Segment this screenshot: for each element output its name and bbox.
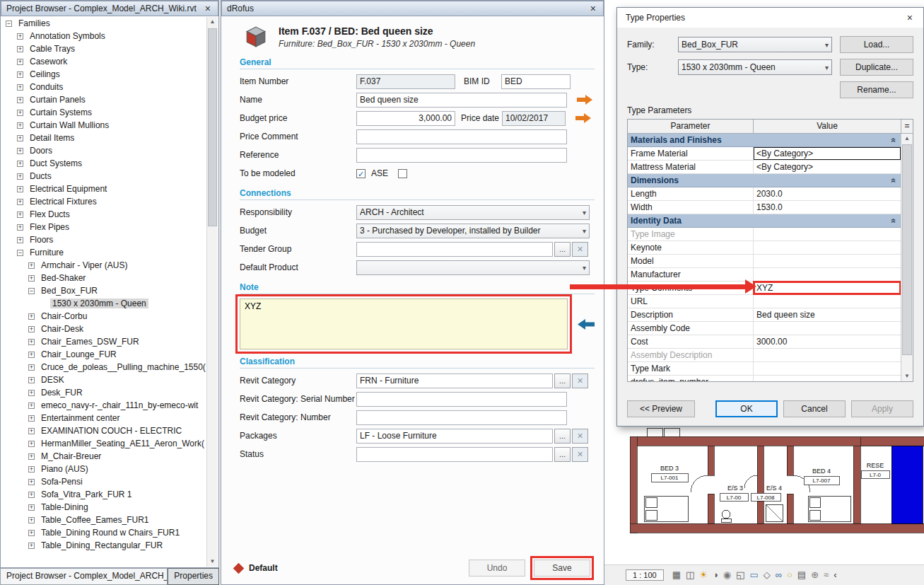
tree-item-label[interactable]: Chair_Lounge_FUR bbox=[39, 349, 119, 359]
scroll-up-icon[interactable]: ▲ bbox=[901, 134, 913, 144]
expand-icon[interactable]: + bbox=[28, 390, 35, 396]
expand-icon[interactable]: + bbox=[28, 492, 35, 498]
tree-item[interactable]: +DESK bbox=[1, 373, 206, 386]
tree-item-label[interactable]: Flex Ducts bbox=[28, 209, 72, 219]
parameter-row[interactable]: URL bbox=[628, 295, 901, 308]
tree-item-label[interactable]: Detail Items bbox=[28, 133, 76, 143]
sun-path-icon[interactable]: ☀ bbox=[699, 570, 708, 580]
tree-item[interactable]: +Piano (AUS) bbox=[1, 463, 206, 475]
expand-icon[interactable]: + bbox=[28, 415, 35, 422]
tree-item-label[interactable]: Electrical Equipment bbox=[28, 184, 109, 194]
dialog-titlebar[interactable]: Type Properties × bbox=[617, 8, 923, 28]
scroll-down-icon[interactable]: ▼ bbox=[207, 557, 218, 567]
expand-icon[interactable]: + bbox=[17, 161, 23, 167]
close-icon[interactable]: × bbox=[203, 3, 213, 14]
parameter-value[interactable]: XYZ bbox=[754, 282, 901, 294]
equals-column-header[interactable]: = bbox=[901, 120, 913, 134]
reference-field[interactable] bbox=[356, 148, 567, 163]
expand-icon[interactable]: + bbox=[28, 364, 35, 371]
parameter-value[interactable]: Bed queen size bbox=[754, 308, 901, 321]
detail-level-icon[interactable]: ▦ bbox=[672, 570, 681, 580]
expand-icon[interactable]: + bbox=[28, 517, 35, 523]
tree-item[interactable]: +HermanMiller_Seating_AE11_Aeron_Work( bbox=[1, 437, 206, 450]
tree-item[interactable]: +Flex Pipes bbox=[1, 221, 206, 233]
duplicate-button[interactable]: Duplicate... bbox=[840, 59, 913, 76]
load-button[interactable]: Load... bbox=[840, 36, 913, 53]
scroll-up-icon[interactable]: ▲ bbox=[207, 17, 218, 27]
expand-icon[interactable]: + bbox=[28, 543, 35, 549]
parameter-row[interactable]: Type Mark bbox=[628, 362, 901, 376]
scrollbar-thumb[interactable] bbox=[208, 28, 217, 226]
expand-icon[interactable]: + bbox=[28, 466, 35, 473]
parameter-column-header[interactable]: Parameter bbox=[628, 120, 754, 133]
tree-item[interactable]: +Sofa_Vitra_Park_FUR 1 bbox=[1, 488, 206, 501]
tree-item[interactable]: +Table_Dining Round w Chairs_FUR1 bbox=[1, 526, 206, 539]
tree-item-label[interactable]: Families bbox=[16, 18, 52, 28]
expand-icon[interactable]: + bbox=[17, 59, 23, 65]
tree-item[interactable]: +Desk_FUR bbox=[1, 386, 206, 399]
family-dropdown[interactable]: Bed_Box_FUR ▾ bbox=[678, 37, 832, 52]
clear-x-button[interactable]: ✕ bbox=[572, 373, 588, 388]
name-field[interactable] bbox=[356, 93, 567, 108]
scrollbar-thumb[interactable] bbox=[902, 144, 912, 355]
expand-icon[interactable]: + bbox=[28, 530, 35, 536]
ase-checkbox[interactable] bbox=[398, 169, 407, 178]
collapse-icon[interactable]: − bbox=[28, 288, 35, 294]
parameter-row[interactable]: DescriptionBed queen size bbox=[628, 308, 901, 322]
packages-field[interactable] bbox=[356, 429, 553, 444]
item-number-field[interactable] bbox=[356, 74, 455, 89]
tree-item[interactable]: +Electrical Equipment bbox=[1, 183, 206, 195]
tree-item-label[interactable]: Table_Dining Round w Chairs_FUR1 bbox=[39, 528, 182, 538]
parameter-value[interactable] bbox=[754, 362, 901, 375]
collapse-icon[interactable]: − bbox=[6, 21, 12, 27]
tree-item[interactable]: +Chair_Eames_DSW_FUR bbox=[1, 335, 206, 348]
shadows-icon[interactable]: ◑ bbox=[713, 570, 718, 580]
to-be-modeled-checkbox[interactable] bbox=[356, 169, 365, 178]
expand-icon[interactable]: + bbox=[17, 173, 23, 180]
parameter-row[interactable]: Frame Material<By Category> bbox=[628, 147, 901, 161]
note-textarea[interactable]: XYZ bbox=[240, 299, 568, 349]
tree-item[interactable]: +Sofa-Pensi bbox=[1, 475, 206, 488]
tree-item-label[interactable]: 1530 x 2030mm - Queen bbox=[50, 299, 148, 308]
parameter-row[interactable]: Type Image bbox=[628, 228, 901, 241]
parameter-row[interactable]: Length2030.0 bbox=[628, 187, 901, 201]
expand-icon[interactable]: + bbox=[17, 224, 23, 231]
rename-button[interactable]: Rename... bbox=[840, 81, 913, 98]
clear-x-button[interactable]: ✕ bbox=[572, 429, 588, 444]
clear-x-button[interactable]: ✕ bbox=[572, 242, 588, 257]
parameter-group-header[interactable]: Materials and Finishes« bbox=[628, 134, 901, 147]
tree-item[interactable]: +Ceilings bbox=[1, 68, 206, 81]
parameter-group-header[interactable]: Dimensions« bbox=[628, 174, 901, 187]
crop-view-icon[interactable]: ◱ bbox=[736, 570, 744, 580]
tree-item-label[interactable]: Chair-Corbu bbox=[39, 311, 89, 321]
tree-item[interactable]: −Families bbox=[1, 17, 206, 30]
price-comment-field[interactable] bbox=[356, 129, 567, 144]
parameter-value[interactable]: <By Category> bbox=[754, 147, 901, 160]
expand-icon[interactable]: + bbox=[17, 84, 23, 91]
expand-icon[interactable]: + bbox=[28, 275, 35, 282]
parameter-value[interactable]: 3000.00 bbox=[754, 335, 901, 348]
collapse-icon[interactable]: − bbox=[17, 250, 23, 256]
parameter-value[interactable] bbox=[754, 295, 901, 308]
tree-item[interactable]: +Chair-Corbu bbox=[1, 310, 206, 323]
tree-item-label[interactable]: Flex Pipes bbox=[28, 222, 71, 232]
tree-item-label[interactable]: Piano (AUS) bbox=[39, 464, 90, 474]
save-button[interactable]: Save bbox=[534, 560, 590, 577]
tree-item[interactable]: +Duct Systems bbox=[1, 157, 206, 170]
expand-icon[interactable]: + bbox=[28, 377, 35, 383]
reveal-constraints-icon[interactable]: ≈ bbox=[824, 570, 829, 580]
tab-project-browser[interactable]: Project Browser - Complex_Model_ARCH_Wi.… bbox=[0, 568, 168, 585]
parameter-value[interactable]: 2030.0 bbox=[754, 187, 901, 200]
tree-item-label[interactable]: Curtain Panels bbox=[28, 95, 88, 105]
expand-icon[interactable]: + bbox=[17, 110, 23, 116]
tree-item-label[interactable]: HermanMiller_Seating_AE11_Aeron_Work( bbox=[39, 439, 206, 448]
parameter-row[interactable]: Width1530.0 bbox=[628, 201, 901, 214]
tree-item-label[interactable]: Cable Trays bbox=[28, 44, 77, 54]
tree-item[interactable]: +Detail Items bbox=[1, 132, 206, 144]
tree-item-label[interactable]: Chair_Eames_DSW_FUR bbox=[39, 337, 141, 347]
tree-item-label[interactable]: Annotation Symbols bbox=[28, 31, 107, 41]
tree-scrollbar[interactable]: ▲ ▼ bbox=[206, 17, 218, 567]
parameter-group-header[interactable]: Identity Data« bbox=[628, 214, 901, 228]
responsibility-dropdown[interactable]: ARCH - Architect ▾ bbox=[356, 205, 590, 220]
browse-ellipsis-button[interactable]: ... bbox=[554, 447, 571, 462]
